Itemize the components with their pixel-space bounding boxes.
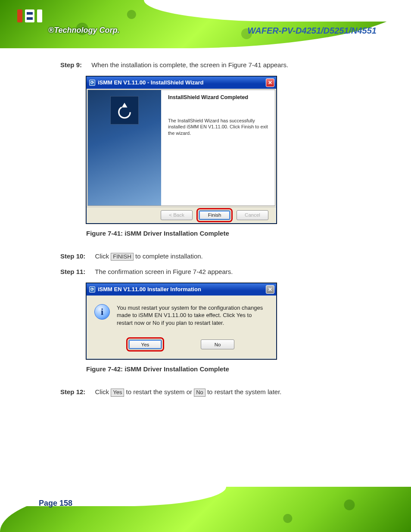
back-button: < Back: [161, 210, 193, 220]
inline-yes-button: Yes: [111, 389, 124, 397]
step-9: Step 9: When the installation is complet…: [60, 60, 368, 70]
window-title: iSMM EN V1.11.00 - InstallShield Wizard: [98, 79, 204, 86]
wizard-body: InstallShield Wizard Completed The Insta…: [87, 90, 275, 206]
step-10: Step 10: Click FINISH to complete instal…: [60, 252, 368, 261]
titlebar: ⟳ iSMM EN V1.11.00 Installer Information…: [87, 283, 276, 296]
step-11-num: Step 11:: [60, 268, 85, 275]
installshield-badge-icon: [110, 96, 139, 124]
svg-point-0: [119, 106, 130, 118]
no-button[interactable]: No: [201, 339, 234, 349]
page-content: Step 9: When the installation is complet…: [0, 56, 411, 480]
restart-dialog: ⟳ iSMM EN V1.11.00 Installer Information…: [86, 283, 277, 360]
close-icon: ✕: [266, 285, 274, 294]
finish-button[interactable]: Finish: [199, 210, 230, 220]
yes-button[interactable]: Yes: [128, 339, 162, 349]
inline-finish-button: FINISH: [111, 253, 134, 261]
step-9-num: Step 9:: [60, 61, 82, 68]
wizard-paragraph: The InstallShield Wizard has successfull…: [168, 118, 268, 137]
step-12-before: Click: [95, 388, 111, 395]
step-10-after: to complete installation.: [135, 252, 203, 260]
logo-tagline: ®Technology Corp.: [48, 26, 120, 35]
wizard-content: InstallShield Wizard Completed The Insta…: [161, 90, 275, 205]
info-icon: i: [94, 304, 110, 320]
step-12: Step 12: Click Yes to restart the system…: [60, 387, 368, 397]
cancel-button: Cancel: [237, 210, 268, 220]
page-number: Page 158: [39, 499, 72, 508]
step-12-num: Step 12:: [60, 388, 85, 395]
step-12-mid: to restart the system or: [126, 388, 194, 395]
svg-marker-1: [121, 103, 127, 107]
dialog-message: You must restart your system for the con…: [117, 304, 268, 327]
bottom-banner: Page 158: [0, 487, 411, 532]
step-10-num: Step 10:: [60, 252, 85, 260]
titlebar: ⟳ iSMM EN V1.11.00 - InstallShield Wizar…: [87, 77, 276, 89]
figure-7-42-caption: Figure 7-42: iSMM Driver Installation Co…: [86, 365, 368, 373]
installshield-window: ⟳ iSMM EN V1.11.00 - InstallShield Wizar…: [86, 76, 277, 224]
step-11: Step 11: The confirmation screen in Figu…: [60, 267, 368, 277]
dialog-body: i You must restart your system for the c…: [87, 296, 276, 359]
wizard-sidebar-image: [88, 90, 161, 205]
dialog-buttons: Yes No: [94, 339, 268, 349]
installer-icon: ⟳: [89, 80, 95, 86]
installer-icon: ⟳: [89, 286, 95, 292]
step-11-text: The confirmation screen in Figure 7-42 a…: [95, 268, 233, 275]
top-banner: ®Technology Corp. WAFER-PV-D4251/D5251/N…: [0, 0, 411, 48]
wizard-heading: InstallShield Wizard Completed: [168, 94, 268, 100]
inline-no-button: No: [194, 389, 206, 397]
iei-logo: [17, 9, 42, 22]
close-icon[interactable]: ✕: [266, 78, 274, 87]
step-9-text: When the installation is complete, the s…: [91, 61, 288, 68]
step-10-before: Click: [95, 252, 111, 260]
step-12-after: to restart the system later.: [207, 388, 282, 395]
window-title: iSMM EN V1.11.00 Installer Information: [98, 286, 201, 292]
figure-7-41-caption: Figure 7-41: iSMM Driver Installation Co…: [86, 230, 368, 237]
document-title: WAFER-PV-D4251/D5251/N4551: [248, 26, 377, 36]
wizard-footer: < Back Finish Cancel: [87, 207, 276, 223]
